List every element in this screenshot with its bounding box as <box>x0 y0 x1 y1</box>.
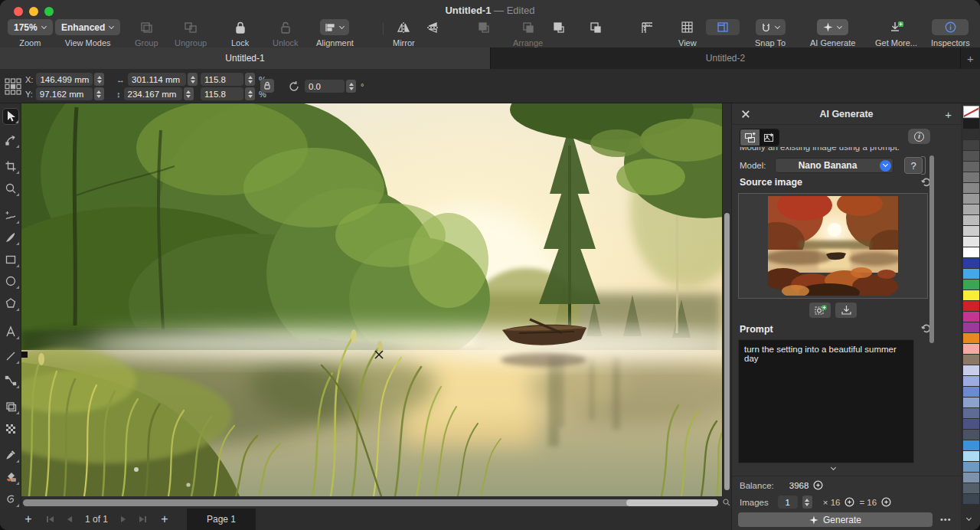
color-swatch[interactable] <box>963 312 979 322</box>
zoom-dropdown[interactable]: 175% <box>8 19 53 35</box>
color-swatch[interactable] <box>963 280 979 290</box>
ai-generate-dropdown[interactable] <box>817 19 848 35</box>
ungroup-button[interactable] <box>183 19 198 35</box>
last-page-button[interactable] <box>139 516 146 522</box>
panel-info-button[interactable]: i <box>908 129 930 144</box>
color-swatch[interactable] <box>963 333 979 343</box>
add-page-button-right[interactable]: + <box>153 512 176 526</box>
object-height-field[interactable]: 234.167 mm <box>124 87 182 100</box>
scale-y-stepper[interactable] <box>245 87 255 100</box>
snap-to-dropdown[interactable] <box>756 19 786 35</box>
eyedropper-tool[interactable] <box>2 447 19 463</box>
panel-scrollbar-thumb[interactable] <box>929 155 934 343</box>
page-1-tab[interactable]: Page 1 <box>187 509 256 530</box>
color-swatch[interactable] <box>963 290 979 300</box>
next-page-button[interactable] <box>121 516 126 522</box>
pick-tool[interactable] <box>2 108 19 125</box>
color-swatch[interactable] <box>963 462 979 472</box>
group-button[interactable] <box>139 19 154 35</box>
polygon-tool[interactable] <box>2 295 19 312</box>
ellipse-tool[interactable] <box>2 273 19 290</box>
images-count-field[interactable]: 1 <box>778 496 798 509</box>
zoom-tool[interactable] <box>2 180 19 197</box>
send-to-back-button[interactable] <box>521 19 536 35</box>
drawing-canvas[interactable] <box>21 103 722 496</box>
color-swatch[interactable] <box>963 215 979 225</box>
source-image-frame[interactable] <box>738 193 928 299</box>
color-swatch[interactable] <box>963 183 979 193</box>
color-swatch[interactable] <box>963 258 979 268</box>
previous-page-button[interactable] <box>67 516 72 522</box>
unlock-button[interactable] <box>279 19 292 35</box>
paint-tool[interactable] <box>2 229 19 246</box>
vertical-scrollbar[interactable] <box>722 103 731 496</box>
color-swatch[interactable] <box>963 440 979 450</box>
color-swatch[interactable] <box>963 387 979 397</box>
panel-more-button[interactable]: ••• <box>940 515 952 524</box>
color-swatch[interactable] <box>963 398 979 407</box>
lock-ratio-button[interactable] <box>260 79 274 93</box>
color-swatch[interactable] <box>963 162 979 172</box>
color-swatch[interactable] <box>963 237 979 247</box>
scale-y-field[interactable]: 115.8 <box>201 87 243 100</box>
tab-untitled-1[interactable]: Untitled-1 <box>0 47 490 69</box>
color-swatch[interactable] <box>963 451 979 461</box>
scale-x-stepper[interactable] <box>245 73 255 86</box>
color-swatch[interactable] <box>963 140 979 150</box>
inspectors-button[interactable] <box>932 19 969 35</box>
connector-tool[interactable] <box>2 372 19 389</box>
color-swatch[interactable] <box>963 322 979 332</box>
grid-icon-button[interactable] <box>680 19 695 35</box>
color-swatch[interactable] <box>963 344 979 354</box>
tab-untitled-2[interactable]: Untitled-2 <box>490 47 960 69</box>
artistic-media-tool[interactable] <box>2 398 19 415</box>
generate-button[interactable]: Generate <box>738 512 933 527</box>
page-view-button[interactable] <box>706 19 740 35</box>
bring-forward-button[interactable] <box>551 19 567 35</box>
x-stepper[interactable] <box>94 73 104 86</box>
color-swatch[interactable] <box>963 430 979 440</box>
color-swatch[interactable] <box>963 473 979 483</box>
selection-anchor-icon[interactable] <box>4 77 22 96</box>
line-tool[interactable] <box>2 348 19 365</box>
model-dropdown[interactable]: Nano Banana <box>775 158 893 173</box>
prompt-input[interactable]: turn the setting into a beautiful summer… <box>738 339 914 463</box>
scale-x-field[interactable]: 115.8 <box>201 73 243 86</box>
height-stepper[interactable] <box>184 87 194 100</box>
import-image-button[interactable] <box>835 303 857 318</box>
x-position-field[interactable]: 146.499 mm <box>36 73 93 86</box>
color-swatch[interactable] <box>963 355 979 365</box>
panel-scrollbar[interactable] <box>929 149 934 465</box>
freehand-tool[interactable] <box>2 208 19 224</box>
rulers-icon-button[interactable] <box>640 19 655 35</box>
mirror-horizontal-button[interactable] <box>396 19 411 35</box>
smear-tool[interactable] <box>2 491 19 508</box>
mode-image-to-image-button[interactable] <box>740 129 760 146</box>
rotation-stepper[interactable] <box>346 80 356 93</box>
rectangle-tool[interactable] <box>2 251 19 268</box>
object-width-field[interactable]: 301.114 mm <box>128 73 186 86</box>
color-swatch[interactable] <box>963 408 979 418</box>
alignment-dropdown[interactable] <box>320 19 349 35</box>
mode-text-to-image-button[interactable] <box>760 129 779 146</box>
color-swatch[interactable] <box>963 269 979 279</box>
send-backward-button[interactable] <box>588 19 603 35</box>
color-swatch[interactable] <box>963 194 979 204</box>
add-page-button-left[interactable]: + <box>17 512 40 526</box>
new-tab-button[interactable]: + <box>960 47 980 69</box>
first-page-button[interactable] <box>47 516 54 522</box>
images-stepper[interactable] <box>802 496 812 509</box>
crop-tool[interactable] <box>2 158 19 175</box>
bring-to-front-button[interactable] <box>476 19 492 35</box>
vertical-scrollbar-thumb[interactable] <box>724 213 730 490</box>
width-stepper[interactable] <box>188 73 198 86</box>
color-swatch[interactable] <box>963 365 979 375</box>
transparency-tool[interactable] <box>2 420 19 437</box>
replace-from-selection-button[interactable] <box>809 303 831 318</box>
color-swatch[interactable] <box>963 172 979 182</box>
color-swatch[interactable] <box>963 247 979 257</box>
scroll-more-chevron[interactable] <box>732 466 934 471</box>
lock-button[interactable] <box>234 19 247 35</box>
horizontal-scrollbar-thumb[interactable] <box>626 499 718 506</box>
color-swatch[interactable] <box>963 226 979 236</box>
